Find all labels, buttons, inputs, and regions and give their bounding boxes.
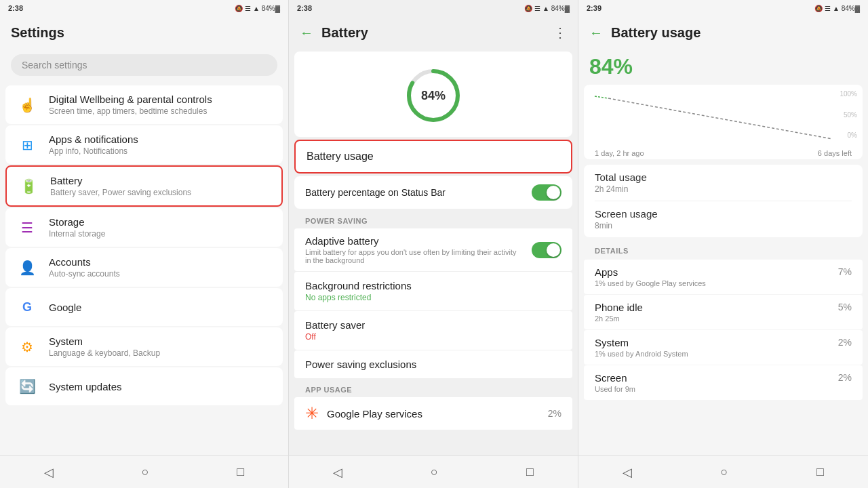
settings-item-battery[interactable]: 🔋 Battery Battery saver, Power saving ex… — [5, 165, 283, 207]
settings-item-storage[interactable]: ☰ Storage Internal storage — [5, 208, 283, 247]
app-usage-header: APP USAGE — [289, 379, 578, 396]
battery-chart: 100% 50% 0% 1 day, 2 hr ago 6 days left — [584, 85, 863, 159]
detail-screen[interactable]: Screen Used for 9m 2% — [584, 365, 863, 400]
chart-x-left: 1 day, 2 hr ago — [595, 149, 644, 157]
background-restrictions-sub: No apps restricted — [305, 293, 561, 302]
accounts-sub: Auto-sync accounts — [49, 269, 120, 279]
battery-saver-item[interactable]: Battery saver Off — [294, 311, 572, 350]
battery-top-bar: ← Battery ⋮ — [289, 16, 578, 49]
status-icons-text-1: 🔕 ☰ ▲ 84%▓ — [235, 5, 280, 12]
battery-circle-container: 84% — [294, 52, 572, 137]
battery-back-arrow[interactable]: ← — [300, 25, 313, 41]
home-nav-2[interactable]: ○ — [425, 460, 443, 485]
battery-pct-label: Battery percentage on Status Bar — [305, 187, 446, 198]
detail-phone-idle[interactable]: Phone idle 2h 25m 5% — [584, 295, 863, 329]
details-header: DETAILS — [578, 243, 868, 259]
status-icons-1: 🔕 ☰ ▲ 84%▓ — [235, 5, 280, 12]
usage-summary: Total usage 2h 24min Screen usage 8min — [584, 165, 863, 237]
storage-sub: Internal storage — [49, 229, 105, 239]
screen-usage-row: Screen usage 8min — [595, 201, 852, 237]
detail-system-title: System — [595, 337, 688, 348]
recents-nav-1[interactable]: □ — [231, 460, 250, 485]
chart-x-right: 6 days left — [818, 149, 852, 157]
battery-text: Battery Battery saver, Power saving excl… — [50, 175, 191, 197]
detail-phone-idle-left: Phone idle 2h 25m — [595, 302, 643, 323]
digital-wellbeing-sub: Screen time, app timers, bedtime schedul… — [49, 106, 212, 116]
detail-phone-idle-pct: 5% — [838, 302, 852, 312]
system-sub: Language & keyboard, Backup — [49, 348, 160, 358]
battery-usage-button[interactable]: Battery usage — [294, 140, 572, 174]
battery-circle-percent: 84% — [421, 89, 446, 103]
back-nav-2[interactable]: ◁ — [328, 460, 348, 485]
home-nav-3[interactable]: ○ — [715, 460, 734, 485]
settings-item-google[interactable]: G Google — [5, 288, 283, 326]
system-updates-text: System updates — [49, 381, 122, 392]
accounts-icon: 👤 — [16, 257, 38, 279]
detail-phone-idle-sub: 2h 25m — [595, 314, 643, 323]
google-play-icon: ✳ — [305, 404, 319, 423]
recents-nav-2[interactable]: □ — [521, 460, 539, 485]
back-nav-1[interactable]: ◁ — [39, 460, 59, 485]
recents-nav-3[interactable]: □ — [811, 460, 829, 485]
google-play-pct: 2% — [548, 408, 561, 419]
battery-label: Battery — [50, 175, 191, 186]
background-restrictions-label: Background restrictions — [305, 280, 561, 291]
detail-screen-sub: Used for 9m — [595, 385, 635, 393]
total-usage-row: Total usage 2h 24min — [595, 165, 852, 201]
settings-item-system[interactable]: ⚙ System Language & keyboard, Backup — [5, 327, 283, 366]
search-placeholder: Search settings — [22, 60, 87, 70]
system-text: System Language & keyboard, Backup — [49, 336, 160, 358]
battery-icon: 🔋 — [18, 176, 39, 197]
battery-saver-label: Battery saver — [305, 319, 561, 331]
adaptive-battery-text: Adaptive battery Limit battery for apps … — [305, 235, 524, 264]
power-saving-header: POWER SAVING — [289, 210, 578, 228]
adaptive-battery-toggle[interactable] — [532, 242, 561, 258]
battery-usage-scroll: 84% 100% 50% 0% 1 day, 2 hr ago 6 days l… — [578, 49, 868, 455]
detail-system[interactable]: System 1% used by Android System 2% — [584, 330, 863, 365]
svg-line-3 — [608, 98, 832, 139]
settings-item-digital-wellbeing[interactable]: ☝ Digital Wellbeing & parental controls … — [5, 85, 283, 124]
adaptive-battery-sub: Limit battery for apps you don't use oft… — [305, 248, 524, 264]
home-nav-1[interactable]: ○ — [136, 460, 155, 485]
storage-label: Storage — [49, 216, 105, 228]
adaptive-battery-label: Adaptive battery — [305, 235, 524, 247]
detail-system-pct: 2% — [838, 337, 852, 348]
battery-scroll: 84% Battery usage Battery percentage on … — [289, 49, 578, 455]
power-saving-exclusions-item[interactable]: Power saving exclusions — [294, 350, 572, 378]
status-icons-text-3: 🔕 ☰ ▲ 84%▓ — [814, 5, 860, 12]
nav-bar-2: ◁ ○ □ — [289, 455, 578, 488]
status-icons-text-2: 🔕 ☰ ▲ 84%▓ — [524, 5, 570, 12]
detail-apps[interactable]: Apps 1% used by Google Play services 7% — [584, 260, 863, 294]
search-bar[interactable]: Search settings — [11, 54, 277, 76]
detail-phone-idle-title: Phone idle — [595, 302, 643, 313]
google-icon: G — [16, 296, 38, 318]
system-updates-label: System updates — [49, 381, 122, 392]
battery-usage-back-arrow[interactable]: ← — [589, 25, 603, 41]
nav-bar-3: ◁ ○ □ — [578, 455, 868, 488]
settings-item-apps-notifications[interactable]: ⊞ Apps & notifications App info, Notific… — [5, 125, 283, 164]
digital-wellbeing-icon: ☝ — [16, 94, 38, 116]
battery-usage-top-bar: ← Battery usage — [578, 16, 868, 49]
app-usage-google-play[interactable]: ✳ Google Play services 2% — [294, 397, 572, 430]
detail-system-left: System 1% used by Android System — [595, 337, 688, 358]
settings-panel: 2:38 🔕 ☰ ▲ 84%▓ Settings Search settings… — [0, 0, 289, 488]
battery-usage-label: Battery usage — [307, 150, 374, 162]
battery-pct-toggle[interactable] — [532, 184, 561, 201]
settings-list: ☝ Digital Wellbeing & parental controls … — [0, 81, 288, 455]
google-label: Google — [49, 302, 81, 313]
settings-item-accounts[interactable]: 👤 Accounts Auto-sync accounts — [5, 248, 283, 287]
battery-usage-panel: 2:39 🔕 ☰ ▲ 84%▓ ← Battery usage 84% 100%… — [578, 0, 868, 488]
adaptive-battery-row[interactable]: Adaptive battery Limit battery for apps … — [294, 228, 572, 271]
google-text: Google — [49, 302, 81, 313]
accounts-text: Accounts Auto-sync accounts — [49, 256, 120, 279]
back-nav-3[interactable]: ◁ — [617, 460, 637, 485]
battery-circle: 84% — [403, 65, 464, 126]
total-usage-value: 2h 24min — [595, 184, 852, 194]
digital-wellbeing-label: Digital Wellbeing & parental controls — [49, 94, 212, 105]
chart-y-labels: 100% 50% 0% — [840, 90, 857, 139]
screen-usage-value: 8min — [595, 221, 852, 230]
detail-apps-sub: 1% used by Google Play services — [595, 279, 706, 287]
background-restrictions-item[interactable]: Background restrictions No apps restrict… — [294, 272, 572, 310]
battery-more-icon[interactable]: ⋮ — [553, 24, 567, 41]
settings-item-system-updates[interactable]: 🔄 System updates — [5, 367, 283, 405]
